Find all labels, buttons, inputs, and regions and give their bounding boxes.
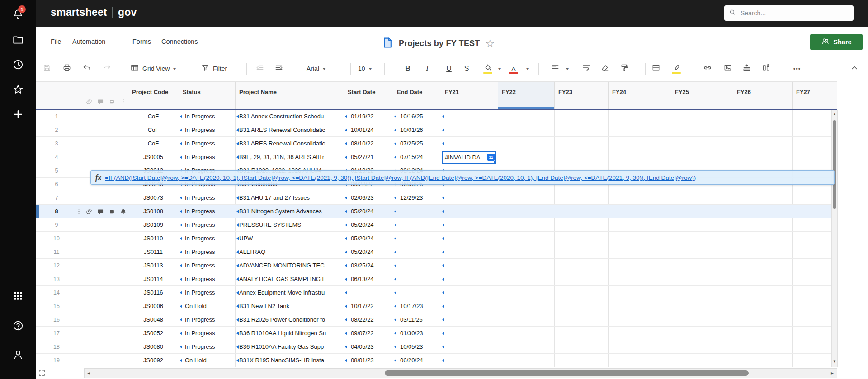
cell-code[interactable]: JS0080 [128, 340, 179, 354]
cell-start[interactable]: 06/13/24 [344, 272, 393, 286]
borders-button[interactable] [650, 62, 662, 75]
row-number[interactable]: 7 [36, 191, 77, 205]
column-header-project-name[interactable]: Project Name [239, 88, 342, 97]
cell-end[interactable]: 10/05/23 [393, 340, 441, 354]
cell-name[interactable]: ADVANCED MONITORING TEC [235, 259, 344, 272]
table-row[interactable]: 7JS0073In ProgressB31 AHU 17 and 27 Issu… [36, 191, 837, 205]
vertical-scroll-thumb[interactable] [833, 120, 836, 209]
wrap-text-button[interactable] [580, 62, 593, 75]
vertical-scrollbar[interactable]: ▲ ▼ [831, 110, 838, 367]
cell-name[interactable]: B31 ARES Renewal Consolidatic [235, 123, 344, 137]
bold-button[interactable]: B [401, 62, 414, 75]
cell-status[interactable]: In Progress [179, 218, 235, 232]
scroll-up-arrow[interactable]: ▲ [832, 112, 837, 116]
cell-name[interactable]: B36 R1010AA Liquid Nitrogen Su [235, 327, 344, 340]
cell-code[interactable]: JS0006 [128, 299, 179, 313]
cell-status[interactable]: In Progress [179, 272, 235, 286]
menu-connections[interactable]: Connections [161, 38, 198, 45]
horizontal-scrollbar[interactable]: ◀ ▶ [84, 368, 837, 378]
cell-status[interactable]: In Progress [179, 110, 235, 123]
table-row[interactable]: 12JS0113In ProgressADVANCED MONITORING T… [36, 259, 837, 272]
cell-start[interactable]: 05/20/24 [344, 245, 393, 259]
row-number[interactable]: 6 [36, 178, 77, 191]
row-number[interactable]: 3 [36, 137, 77, 150]
redo-button[interactable] [100, 62, 113, 75]
cell-fill-handle[interactable] [494, 161, 496, 164]
cell-end[interactable]: 07/15/24 [393, 150, 441, 164]
cell-name[interactable]: UPW [235, 232, 344, 245]
cell-code[interactable]: JS0108 [128, 205, 179, 218]
cell-end[interactable] [393, 259, 441, 272]
cell-end[interactable] [393, 205, 441, 218]
help-icon[interactable] [8, 317, 28, 337]
print-button[interactable] [61, 62, 73, 75]
cell-code[interactable]: JS0073 [128, 191, 179, 205]
row-number[interactable]: 12 [36, 259, 77, 272]
cell-start[interactable]: 05/27/21 [344, 150, 393, 164]
table-row[interactable]: 3CoFIn ProgressB31 ARES Renewal Consolid… [36, 137, 837, 150]
cell-name[interactable]: B9E, 29, 31, 31N, 36 ARES AllTr [235, 150, 344, 164]
undo-button[interactable] [80, 62, 93, 75]
cell-end[interactable] [393, 272, 441, 286]
cell-start[interactable] [344, 286, 393, 299]
table-row[interactable]: 4JS0005In ProgressB9E, 29, 31, 31N, 36 A… [36, 150, 837, 164]
cell-status[interactable]: In Progress [179, 313, 235, 327]
cell-code[interactable]: CoF [128, 123, 179, 137]
proof-row-icon[interactable] [108, 208, 115, 215]
row-number[interactable]: 11 [36, 245, 77, 259]
collapse-toolbar-chevron[interactable] [848, 62, 861, 75]
clear-format-eraser-button[interactable] [599, 62, 611, 75]
filter-button[interactable]: Filter [201, 62, 227, 75]
cell-code[interactable]: JS0111 [128, 245, 179, 259]
insert-image-button[interactable] [722, 62, 734, 75]
browse-folder-icon[interactable] [8, 31, 28, 51]
cell-status[interactable]: In Progress [179, 232, 235, 245]
table-row[interactable]: 2CoFIn ProgressB31 ARES Renewal Consolid… [36, 123, 837, 137]
table-row[interactable]: 17JS0052In ProgressB36 R1010AA Liquid Ni… [36, 327, 837, 340]
cell-start[interactable]: 09/07/22 [344, 327, 393, 340]
comment-row-icon[interactable] [97, 208, 104, 215]
cell-name[interactable]: ALLTRAQ [235, 245, 344, 259]
cell-name[interactable]: B31 AHU 17 and 27 Issues [235, 191, 344, 205]
cell-start[interactable]: 10/17/22 [344, 299, 393, 313]
favorite-star-icon[interactable]: ☆ [486, 38, 495, 49]
paperclip-row-icon[interactable] [85, 208, 93, 215]
cell-status[interactable]: In Progress [179, 150, 235, 164]
column-header-fy23[interactable]: FY23 [558, 88, 607, 97]
fullscreen-expand-icon[interactable] [38, 369, 47, 378]
insert-row-button[interactable] [741, 62, 753, 75]
cell-status[interactable]: In Progress [179, 245, 235, 259]
cell-start[interactable]: 03/25/24 [344, 259, 393, 272]
dots-row-icon[interactable] [75, 208, 82, 215]
cell-start[interactable]: 02/06/23 [344, 191, 393, 205]
cell-end[interactable] [393, 232, 441, 245]
save-button[interactable] [41, 62, 53, 75]
create-plus-icon[interactable] [8, 105, 28, 125]
cell-end[interactable]: 10/17/23 [393, 299, 441, 313]
table-row[interactable]: 16JS0048In ProgressB31 R2026 Power Condi… [36, 313, 837, 327]
menu-file[interactable]: File [51, 38, 61, 45]
cell-code[interactable]: JS0110 [128, 232, 179, 245]
cell-end[interactable]: 10/01/26 [393, 123, 441, 137]
cell-name[interactable]: B36 R1010AA Facility Gas Supp [235, 340, 344, 354]
cell-name[interactable]: B31X R195 NanoSIMS-HR Insta [235, 354, 344, 367]
cell-name[interactable]: B31 Nitrogen System Advances [235, 205, 344, 218]
cell-start[interactable]: 01/19/22 [344, 110, 393, 123]
recents-clock-icon[interactable] [8, 56, 28, 75]
column-header-project-code[interactable]: Project Code [132, 88, 177, 97]
cell-start[interactable]: 04/05/23 [344, 340, 393, 354]
row-number[interactable]: 19 [36, 354, 77, 367]
table-row[interactable]: 13JS0114In ProgressANALYTICAL GAS SAMPLI… [36, 272, 837, 286]
strikethrough-button[interactable]: S [460, 62, 473, 75]
cell-end[interactable] [393, 245, 441, 259]
underline-button[interactable]: U [443, 62, 455, 75]
cell-name[interactable]: PRESSURE SYSTEMS [235, 218, 344, 232]
cell-code[interactable]: JS0116 [128, 286, 179, 299]
cell-code[interactable]: JS0113 [128, 259, 179, 272]
column-header-end-date[interactable]: End Date [397, 88, 439, 97]
more-options-button[interactable]: ••• [789, 62, 805, 75]
table-row[interactable]: 8JS0108In ProgressB31 Nitrogen System Ad… [36, 205, 837, 218]
table-row[interactable]: 1CoFIn ProgressB31 Annex Construction Sc… [36, 110, 837, 123]
bell-row-icon[interactable] [119, 208, 127, 215]
column-header-fy26[interactable]: FY26 [737, 88, 791, 97]
